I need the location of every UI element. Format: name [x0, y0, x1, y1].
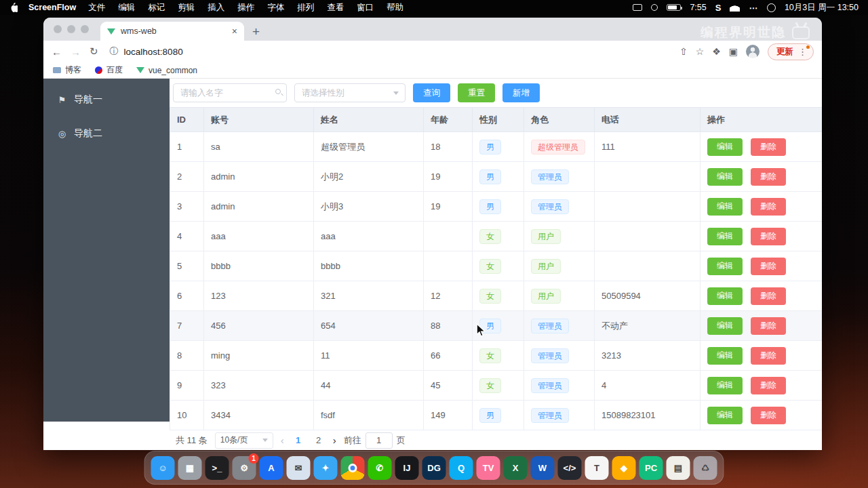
menu-item-0[interactable]: 文件	[88, 2, 105, 14]
edit-button[interactable]: 编辑	[707, 317, 743, 335]
dock-icon-chrome[interactable]	[341, 456, 365, 480]
dock-icon-vscode[interactable]: </>	[558, 456, 582, 480]
wifi-icon[interactable]	[730, 4, 740, 12]
reset-button[interactable]: 重置	[458, 83, 495, 102]
extensions-icon[interactable]: ❖	[712, 46, 721, 57]
close-window-button[interactable]	[54, 25, 62, 33]
edit-button[interactable]: 编辑	[707, 228, 743, 245]
delete-button[interactable]: 删除	[751, 287, 786, 305]
dock-icon-finder[interactable]: ☺	[151, 456, 175, 480]
dock-icon-trash[interactable]: ♺	[694, 456, 717, 480]
menu-item-7[interactable]: 排列	[297, 2, 314, 14]
control-center-icon[interactable]: ⋯	[749, 3, 758, 13]
dock-icon-app-store[interactable]: A	[260, 456, 283, 480]
edit-button[interactable]: 编辑	[707, 347, 743, 365]
delete-button[interactable]: 删除	[751, 138, 786, 156]
share-icon[interactable]: ⇧	[679, 46, 688, 57]
delete-button[interactable]: 删除	[751, 168, 786, 186]
edit-button[interactable]: 编辑	[707, 198, 743, 216]
dock-icon-typora[interactable]: T	[585, 456, 609, 480]
edit-button[interactable]: 编辑	[707, 377, 743, 394]
menu-item-5[interactable]: 操作	[237, 2, 254, 14]
delete-button[interactable]: 删除	[751, 347, 786, 365]
notes-glyph: ▤	[674, 463, 682, 473]
bookmark-star-icon[interactable]: ☆	[696, 46, 705, 57]
menu-item-10[interactable]: 帮助	[387, 2, 403, 14]
reload-icon[interactable]: ↻	[90, 45, 98, 58]
delete-button[interactable]: 删除	[751, 407, 786, 424]
edit-button[interactable]: 编辑	[707, 138, 743, 156]
dock-icon-sketch[interactable]: ◆	[612, 456, 636, 480]
delete-button[interactable]: 删除	[751, 258, 786, 275]
url-text[interactable]: localhost:8080	[124, 47, 183, 57]
goto-page-input[interactable]	[366, 432, 393, 449]
menu-item-2[interactable]: 标记	[148, 2, 165, 14]
menu-item-3[interactable]: 剪辑	[178, 2, 195, 14]
input-source-icon[interactable]	[767, 3, 776, 12]
profile-avatar[interactable]	[746, 45, 760, 58]
record-icon[interactable]	[651, 4, 658, 11]
menubar-datetime[interactable]: 10月3日 周一 13:50	[785, 2, 859, 14]
name-search-input[interactable]	[173, 83, 287, 102]
dock-icon-qq[interactable]: Q	[450, 456, 473, 480]
bookmark-2[interactable]: vue_common	[136, 66, 197, 75]
dock-icon-notes[interactable]: ▤	[667, 456, 690, 480]
dock-icon-datagrip[interactable]: DG	[422, 456, 446, 480]
display-mirroring-icon[interactable]	[633, 4, 642, 11]
prev-page-icon[interactable]: ‹	[281, 435, 284, 445]
menu-item-4[interactable]: 插入	[208, 2, 224, 14]
site-info-icon[interactable]: ⓘ	[110, 45, 119, 58]
dock-icon-pycharm[interactable]: PC	[639, 456, 663, 480]
add-button[interactable]: 新增	[502, 83, 540, 102]
screenflow-status-icon[interactable]: S	[715, 3, 722, 13]
dock-icon-terminal[interactable]: >_	[205, 456, 229, 480]
battery-icon[interactable]	[667, 4, 681, 11]
apple-logo-icon[interactable]	[9, 3, 18, 12]
next-page-icon[interactable]: ›	[333, 435, 336, 445]
back-icon[interactable]: ←	[52, 46, 62, 58]
dock-icon-launchpad[interactable]: ▦	[178, 456, 202, 480]
new-tab-button[interactable]: +	[252, 25, 260, 38]
bookmark-1[interactable]: 百度	[95, 64, 123, 76]
browser-menu-icon[interactable]: ⋮	[798, 47, 807, 56]
role-tag: 超级管理员	[531, 140, 585, 155]
page-size-select[interactable]: 10条/页	[215, 432, 273, 449]
menu-item-6[interactable]: 字体	[267, 2, 284, 14]
gender-select[interactable]: 请选择性别	[294, 83, 406, 102]
page-button-2[interactable]: 2	[312, 435, 326, 445]
forward-icon[interactable]: →	[71, 46, 81, 58]
edit-button[interactable]: 编辑	[707, 407, 743, 424]
delete-button[interactable]: 删除	[751, 198, 786, 216]
edit-button[interactable]: 编辑	[707, 168, 743, 186]
menu-item-1[interactable]: 编辑	[118, 2, 135, 14]
dock-icon-wechat[interactable]: ✆	[368, 456, 392, 480]
dock-icon-excel[interactable]: X	[504, 456, 528, 480]
browser-tab[interactable]: wms-web ×	[100, 22, 244, 41]
edit-button[interactable]: 编辑	[707, 287, 743, 305]
zoom-window-button[interactable]	[81, 25, 89, 33]
sidebar-item-1[interactable]: ⚑导航一	[43, 83, 170, 117]
minimize-window-button[interactable]	[67, 25, 75, 33]
dock-icon-mail[interactable]: ✉	[287, 456, 311, 480]
delete-button[interactable]: 删除	[751, 377, 786, 394]
menu-item-9[interactable]: 窗口	[357, 2, 374, 14]
menubar-app-name[interactable]: ScreenFlow	[28, 3, 76, 12]
search-button[interactable]: 查询	[413, 83, 450, 102]
delete-button[interactable]: 删除	[751, 228, 786, 245]
dock-icon-system-preferences[interactable]: ⚙1	[233, 456, 256, 480]
update-button[interactable]: 更新 ⋮	[768, 43, 814, 60]
dock-icon-bilibili[interactable]: TV	[477, 456, 500, 480]
dock-icon-word[interactable]: W	[531, 456, 555, 480]
reading-list-icon[interactable]: ▣	[729, 46, 738, 57]
dock-icon-safari[interactable]: ✦	[314, 456, 338, 480]
delete-button[interactable]: 删除	[751, 317, 786, 335]
menu-item-8[interactable]: 查看	[327, 2, 344, 14]
dock-icon-intellij-idea[interactable]: IJ	[395, 456, 419, 480]
omnibox[interactable]: ⓘ localhost:8080	[110, 45, 671, 58]
sidebar-item-2[interactable]: ◎导航二	[43, 117, 170, 150]
bookmark-0[interactable]: 博客	[53, 64, 81, 76]
edit-button[interactable]: 编辑	[707, 258, 743, 275]
page-button-1[interactable]: 1	[292, 435, 305, 445]
chrome-center-dot	[349, 464, 357, 472]
close-tab-icon[interactable]: ×	[232, 26, 237, 37]
